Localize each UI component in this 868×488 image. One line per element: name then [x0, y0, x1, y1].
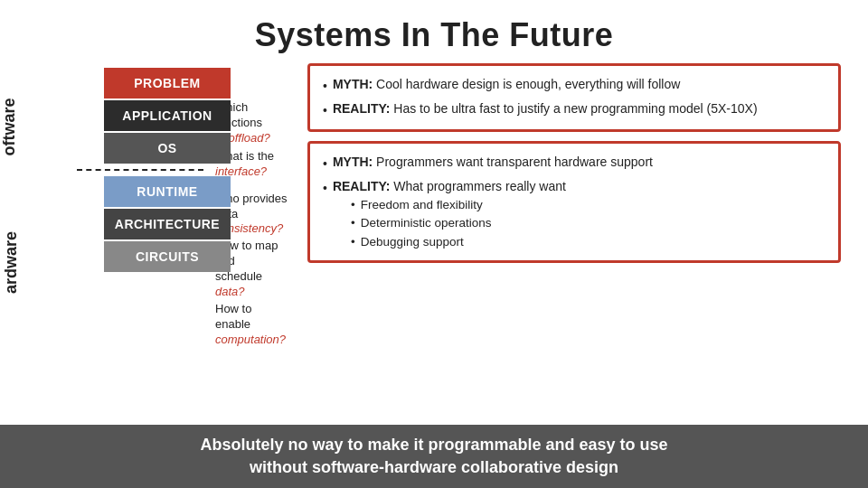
myth1-reality-label: REALITY: [333, 101, 391, 116]
right-panel: • MYTH: Cool hardware design is enough, … [307, 63, 841, 416]
stack-diagram: PROBLEM APPLICATION OS RUNTIME ARCHITECT… [77, 68, 203, 350]
question-5: How to enablecomputation? [215, 302, 289, 348]
stack-block-os: OS [104, 133, 231, 164]
myth1-reality: • REALITY: Has to be ultra fast to justi… [323, 99, 826, 120]
myth-box-2: • MYTH: Programmers want transparent har… [307, 141, 841, 263]
stack-block-architecture: ARCHITECTURE [104, 209, 231, 239]
page: Systems In The Future oftware ardware PR… [0, 0, 868, 488]
software-label: oftware [0, 98, 19, 155]
hardware-label: ardware [2, 231, 21, 294]
bottom-bar: Absolutely no way to make it programmabl… [0, 425, 868, 488]
myth2-myth-label: MYTH: [333, 155, 373, 169]
stack-block-application: APPLICATION [104, 100, 231, 131]
bullet-dot-1: • [323, 77, 327, 96]
sub-bullet-deterministic: • Deterministic operations [351, 214, 566, 232]
myth-box-1: • MYTH: Cool hardware design is enough, … [307, 63, 841, 132]
sub-bullets: • Freedom and flexibility • Deterministi… [351, 196, 566, 251]
myth1-myth: • MYTH: Cool hardware design is enough, … [323, 75, 826, 96]
bullet-dot-4: • [323, 179, 327, 198]
page-title: Systems In The Future [0, 16, 868, 54]
left-panel: oftware ardware PROBLEM APPLICATION OS R… [27, 63, 289, 416]
sub-bullet-debugging: • Debugging support [351, 233, 566, 251]
title-area: Systems In The Future [0, 0, 868, 63]
stack-block-runtime: RUNTIME [104, 176, 231, 207]
myth2-reality-label: REALITY: [333, 179, 391, 193]
bottom-line-2: without software-hardware collaborative … [18, 456, 850, 479]
sub-bullet-freedom: • Freedom and flexibility [351, 196, 566, 214]
stack-block-problem: PROBLEM [104, 68, 231, 99]
myth2-reality: • REALITY: What programmers really want … [323, 177, 826, 251]
bottom-line-1: Absolutely no way to make it programmabl… [18, 434, 850, 456]
myth1-myth-label: MYTH: [333, 77, 373, 91]
stack-block-circuits: CIRCUITS [104, 241, 231, 272]
main-content: oftware ardware PROBLEM APPLICATION OS R… [0, 63, 868, 425]
bullet-dot-2: • [323, 101, 327, 120]
bullet-dot-3: • [323, 155, 327, 174]
myth2-myth: • MYTH: Programmers want transparent har… [323, 153, 826, 174]
